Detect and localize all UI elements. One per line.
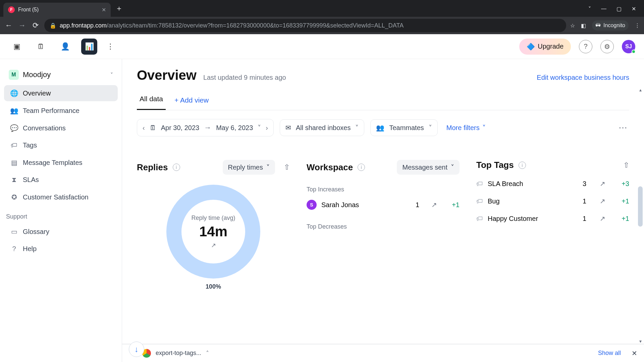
avatar-initials: SJ: [625, 44, 632, 50]
extensions-icon[interactable]: ◧: [581, 22, 586, 29]
date-next-icon[interactable]: ›: [266, 124, 268, 132]
donut-value: 14m: [199, 224, 227, 240]
scroll-up-icon[interactable]: ▴: [637, 87, 643, 93]
tag-icon: 🏷: [476, 215, 483, 223]
window-controls: ˅ — ▢ ✕: [588, 6, 641, 12]
workspace-card: Workspace i Messages sent ˅ Top Increase…: [307, 160, 460, 290]
workspace-title: Workspace: [307, 162, 353, 173]
sidebar-support-heading: Support: [4, 206, 118, 222]
teammate-name: Sarah Jonas: [321, 201, 359, 209]
info-icon[interactable]: i: [519, 162, 526, 169]
chevron-down-icon[interactable]: ˅: [258, 124, 261, 132]
chevron-down-icon: ˅: [266, 163, 270, 171]
more-filters-button[interactable]: More filters ˅: [444, 124, 488, 132]
url-text: app.frontapp.com/analytics/team/tim:7858…: [60, 22, 404, 29]
export-button[interactable]: ⇧: [284, 163, 290, 172]
workspace-switcher[interactable]: M Moodjoy ˅: [4, 66, 118, 84]
sidebar-item-label: SLAs: [23, 176, 39, 184]
teammates-filter[interactable]: 👥 Teammates ˅: [370, 119, 437, 136]
window-maximize-icon[interactable]: ▢: [616, 6, 622, 12]
sidebar-item-conversations[interactable]: 💬Conversations: [4, 120, 118, 136]
workspace-row[interactable]: S Sarah Jonas 1 ↗ +1: [307, 200, 460, 210]
tab-all-data[interactable]: All data: [137, 90, 166, 110]
filter-menu-button[interactable]: ⋯: [616, 123, 629, 133]
scroll-down-icon[interactable]: ▾: [637, 339, 643, 344]
workspace-metric-dropdown[interactable]: Messages sent ˅: [397, 160, 460, 175]
edit-business-hours-link[interactable]: Edit workspace business hours: [537, 74, 629, 81]
browser-menu-icon[interactable]: ⋮: [635, 22, 640, 29]
window-close-icon[interactable]: ✕: [632, 6, 636, 12]
trend-up-icon: ↗: [211, 242, 216, 249]
download-filename[interactable]: export-top-tags...: [156, 350, 201, 357]
replies-card: Replies i Reply times ˅ ⇧ Reply time (av…: [137, 160, 290, 290]
upgrade-button[interactable]: 🔷 Upgrade: [519, 39, 571, 55]
content-scrollbar[interactable]: ▴ ▾: [637, 89, 643, 342]
people-icon: 👥: [10, 107, 18, 115]
info-icon[interactable]: i: [173, 164, 180, 171]
sidebar-item-help[interactable]: ?Help: [4, 241, 118, 257]
tag-row[interactable]: 🏷 Bug 1 ↗ +1: [476, 197, 629, 205]
tab-list-chevron-icon[interactable]: ˅: [588, 6, 591, 12]
metric-value: 1: [416, 201, 419, 209]
date-to: May 6, 2023: [216, 124, 253, 132]
add-view-button[interactable]: + Add view: [174, 96, 209, 104]
donut-ring: Reply time (avg) 14m ↗: [166, 185, 260, 279]
date-from: Apr 30, 2023: [161, 124, 200, 132]
address-bar[interactable]: 🔒 app.frontapp.com/analytics/team/tim:78…: [44, 19, 566, 32]
nav-reload-icon[interactable]: ⟳: [31, 21, 40, 30]
tag-icon: 🏷: [476, 180, 483, 188]
gear-icon: ⚙: [604, 43, 610, 51]
sidebar-item-slas[interactable]: ⧗SLAs: [4, 172, 118, 188]
sidebar-item-csat[interactable]: ✪Customer Satisfaction: [4, 189, 118, 205]
contact-icon: 👤: [61, 42, 69, 51]
nav-contacts-button[interactable]: 👤: [57, 39, 73, 55]
gem-icon: 🔷: [527, 43, 535, 51]
bookmark-star-icon[interactable]: ☆: [570, 22, 575, 29]
new-tab-button[interactable]: ＋: [115, 3, 123, 13]
scrollbar-thumb[interactable]: [638, 186, 643, 227]
tag-name: SLA Breach: [488, 180, 523, 188]
replies-dropdown-label: Reply times: [228, 164, 263, 171]
nav-inbox-button[interactable]: ▣: [9, 39, 25, 55]
incognito-indicator[interactable]: 🕶 Incognito: [592, 20, 629, 31]
book-icon: ▭: [10, 228, 18, 236]
nav-back-icon[interactable]: ←: [4, 21, 13, 30]
info-icon[interactable]: i: [358, 164, 365, 171]
browser-tab[interactable]: F Front (5) ✕: [3, 3, 111, 17]
sidebar-item-glossary[interactable]: ▭Glossary: [4, 224, 118, 240]
front-favicon: F: [8, 6, 15, 13]
download-menu-chevron-icon[interactable]: ˄: [206, 350, 209, 357]
nav-analytics-button[interactable]: 📊: [81, 39, 97, 55]
show-all-downloads-link[interactable]: Show all: [598, 350, 621, 357]
nav-more-button[interactable]: ⋮: [105, 39, 115, 55]
sla-icon: ⧗: [10, 176, 18, 184]
tag-row[interactable]: 🏷 Happy Customer 1 ↗ +1: [476, 215, 629, 223]
browser-toolbar: ← → ⟳ 🔒 app.frontapp.com/analytics/team/…: [0, 17, 644, 34]
user-avatar[interactable]: SJ: [622, 40, 635, 53]
sidebar-item-label: Tags: [23, 141, 37, 149]
replies-metric-dropdown[interactable]: Reply times ˅: [223, 160, 275, 175]
tab-title: Front (5): [18, 7, 39, 13]
tray-icon: ▣: [12, 42, 21, 51]
sidebar-item-team-performance[interactable]: 👥Team Performance: [4, 103, 118, 119]
tag-delta: +1: [622, 215, 629, 223]
help-button[interactable]: ?: [579, 40, 592, 53]
export-button[interactable]: ⇧: [623, 161, 629, 170]
date-prev-icon[interactable]: ‹: [143, 124, 145, 132]
tab-close-icon[interactable]: ✕: [102, 7, 106, 13]
more-filters-label: More filters: [446, 124, 480, 132]
settings-button[interactable]: ⚙: [600, 40, 614, 53]
window-minimize-icon[interactable]: —: [601, 6, 606, 12]
nav-calendar-button[interactable]: 🗓: [33, 39, 49, 55]
tag-row[interactable]: 🏷 SLA Breach 3 ↗ +3: [476, 180, 629, 188]
date-range-picker[interactable]: ‹ 🗓 Apr 30, 2023 → May 6, 2023 ˅ ›: [137, 119, 274, 136]
trend-up-icon: ↗: [600, 180, 605, 188]
sidebar-item-label: Conversations: [23, 124, 66, 132]
sidebar-item-tags[interactable]: 🏷Tags: [4, 137, 118, 153]
sidebar-item-overview[interactable]: 🌐Overview: [4, 85, 118, 101]
sidebar-item-message-templates[interactable]: ▤Message Templates: [4, 155, 118, 171]
upgrade-label: Upgrade: [538, 43, 564, 50]
inboxes-filter[interactable]: ✉ All shared inboxes ˅: [280, 119, 364, 136]
teammates-label: Teammates: [389, 124, 424, 132]
downloads-bar-close-icon[interactable]: ✕: [632, 349, 637, 357]
